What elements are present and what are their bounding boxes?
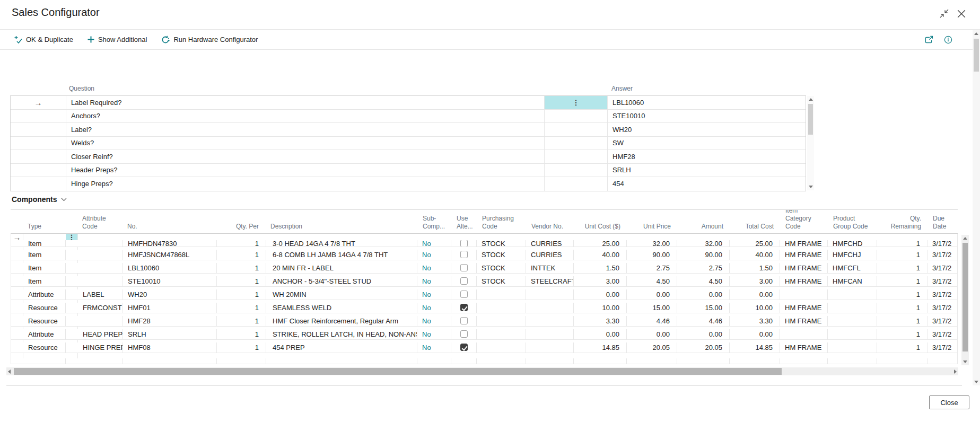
cell-unit-price[interactable]: 20.05 bbox=[627, 342, 677, 353]
cell-amount[interactable]: 90.00 bbox=[677, 250, 730, 260]
question-row[interactable]: →Label Required?⋮LBL10060 bbox=[11, 96, 806, 110]
answer-assist-cell[interactable] bbox=[545, 177, 608, 191]
cell-product-group-code[interactable] bbox=[828, 342, 877, 353]
column-header-qty-per[interactable]: Qty. Per bbox=[216, 210, 266, 233]
cell-use-alternative[interactable] bbox=[451, 276, 477, 287]
scrollbar-thumb[interactable] bbox=[962, 243, 968, 351]
question-cell[interactable]: Header Preps? bbox=[66, 164, 545, 177]
cell-item-category-code[interactable]: HM FRAME bbox=[780, 276, 828, 287]
answer-cell[interactable]: LBL10060 bbox=[608, 96, 806, 109]
cell-purchasing-code[interactable] bbox=[477, 289, 526, 300]
cell-due-date[interactable]: 3/17/2 bbox=[928, 276, 957, 287]
column-header-total-cost[interactable]: Total Cost bbox=[730, 210, 781, 233]
cell-total-cost[interactable]: 10.00 bbox=[730, 303, 780, 313]
cell-no[interactable]: HMF08 bbox=[123, 342, 217, 353]
dialog-vertical-scrollbar[interactable] bbox=[973, 30, 980, 385]
cell-sub-component[interactable]: No bbox=[417, 289, 451, 300]
cell-product-group-code[interactable]: HMFCAN bbox=[828, 276, 877, 287]
question-cell[interactable]: Anchors? bbox=[66, 110, 545, 123]
cell-sub-component[interactable]: No bbox=[417, 316, 451, 327]
answer-cell[interactable]: SRLH bbox=[608, 164, 806, 177]
cell-qty-remaining[interactable]: 1 bbox=[877, 342, 928, 353]
checkbox-unchecked-icon[interactable] bbox=[460, 251, 468, 258]
cell-item-category-code[interactable] bbox=[780, 289, 828, 300]
component-row[interactable]: ResourceFRMCONSTHMF011SEAMLESS WELDNo10.… bbox=[11, 300, 958, 313]
cell-unit-price[interactable]: 4.50 bbox=[627, 276, 677, 287]
cell-due-date[interactable]: 3/17/2 bbox=[928, 329, 957, 340]
answer-assist-cell[interactable] bbox=[545, 110, 608, 123]
question-row[interactable]: Welds?SW bbox=[11, 137, 806, 151]
answer-cell[interactable]: WH20 bbox=[608, 123, 806, 136]
cell-use-alternative[interactable] bbox=[451, 342, 477, 353]
column-header-type[interactable]: Type bbox=[23, 210, 65, 233]
cell-purchasing-code[interactable] bbox=[477, 303, 526, 313]
cell-vendor-no[interactable]: CURRIES bbox=[526, 240, 574, 247]
cell-qty-remaining[interactable]: 1 bbox=[877, 329, 928, 340]
cell-unit-price[interactable]: 4.46 bbox=[627, 316, 677, 327]
cell-attribute-code[interactable] bbox=[78, 250, 123, 260]
cell-no[interactable]: STE10010 bbox=[123, 276, 217, 287]
cell-purchasing-code[interactable] bbox=[477, 342, 526, 353]
cell-total-cost[interactable]: 40.00 bbox=[730, 250, 780, 260]
cell-type[interactable]: Attribute bbox=[23, 289, 66, 300]
cell-description[interactable]: STRIKE, ROLLER LATCH, IN HEAD, NON-ANSI bbox=[266, 329, 417, 340]
cell-qty-remaining[interactable]: 1 bbox=[877, 250, 928, 260]
cell-vendor-no[interactable]: CURRIES bbox=[526, 250, 574, 260]
cell-item-category-code[interactable]: HM FRAME bbox=[780, 263, 828, 274]
cell-description[interactable]: 3-0 HEAD 14GA 4 7/8 THT bbox=[266, 240, 417, 247]
checkbox-unchecked-icon[interactable] bbox=[460, 264, 468, 271]
scrollbar-thumb[interactable] bbox=[14, 368, 782, 375]
component-row[interactable]: ItemSTE100101ANCHOR - 5-3/4"-STEEL STUDN… bbox=[11, 274, 958, 287]
cell-use-alternative[interactable] bbox=[451, 329, 477, 340]
checkbox-checked-icon[interactable] bbox=[460, 344, 468, 351]
cell-item-category-code[interactable]: HM FRAME bbox=[780, 342, 828, 353]
scroll-down-arrow[interactable] bbox=[974, 381, 978, 383]
cell-due-date[interactable]: 3/17/2 bbox=[928, 240, 957, 247]
cell-qty-remaining[interactable]: 1 bbox=[877, 240, 928, 247]
cell-vendor-no[interactable] bbox=[526, 316, 574, 327]
cell-total-cost[interactable]: 1.50 bbox=[730, 263, 780, 274]
cell-total-cost[interactable]: 3.00 bbox=[730, 276, 780, 287]
cell-purchasing-code[interactable] bbox=[477, 329, 526, 340]
cell-product-group-code[interactable] bbox=[828, 329, 877, 340]
cell-purchasing-code[interactable]: STOCK bbox=[477, 250, 526, 260]
checkbox-unchecked-icon[interactable] bbox=[460, 330, 468, 338]
cell-qty-per[interactable]: 1 bbox=[217, 250, 266, 260]
column-header-sub-component[interactable]: Sub-Comp... bbox=[418, 210, 452, 233]
cell-no[interactable]: SRLH bbox=[123, 329, 217, 340]
cell-product-group-code[interactable]: HMFCHD bbox=[828, 240, 877, 247]
cell-no[interactable]: HMFHDN47830 bbox=[123, 240, 217, 247]
cell-use-alternative[interactable] bbox=[451, 303, 477, 313]
cell-use-alternative[interactable] bbox=[451, 250, 477, 260]
components-vertical-scrollbar[interactable] bbox=[961, 235, 969, 365]
cell-type[interactable]: Resource bbox=[23, 316, 66, 327]
cell-type[interactable]: Item bbox=[23, 240, 66, 247]
cell-purchasing-code[interactable]: STOCK bbox=[477, 276, 526, 287]
cell-options[interactable] bbox=[66, 274, 78, 276]
scrollbar-thumb[interactable] bbox=[808, 104, 813, 135]
cell-sub-component[interactable]: No bbox=[417, 276, 451, 287]
column-header-due-date[interactable]: Due Date bbox=[928, 210, 958, 233]
cell-description[interactable]: 6-8 COMB LH JAMB 14GA 4 7/8 THT bbox=[266, 250, 417, 260]
component-row[interactable]: AttributeHEAD PREPSRLH1STRIKE, ROLLER LA… bbox=[11, 327, 958, 340]
scroll-up-arrow[interactable] bbox=[963, 237, 967, 240]
cell-no[interactable]: WH20 bbox=[123, 289, 217, 300]
close-dialog-button[interactable] bbox=[956, 8, 967, 19]
cell-description[interactable]: ANCHOR - 5-3/4"-STEEL STUD bbox=[266, 276, 417, 287]
cell-sub-component[interactable]: No bbox=[417, 240, 451, 247]
cell-item-category-code[interactable]: HM FRAME bbox=[780, 240, 828, 247]
cell-unit-price[interactable]: 15.00 bbox=[627, 303, 677, 313]
cell-due-date[interactable]: 3/17/2 bbox=[928, 316, 957, 327]
cell-purchasing-code[interactable]: STOCK bbox=[477, 240, 526, 247]
cell-sub-component[interactable]: No bbox=[417, 263, 451, 274]
cell-description[interactable]: 20 MIN FR - LABEL bbox=[266, 263, 417, 274]
cell-qty-remaining[interactable]: 1 bbox=[877, 316, 928, 327]
scroll-right-arrow[interactable] bbox=[954, 370, 957, 374]
component-row[interactable]: AttributeLABELWH201WH 20MINNo0.000.000.0… bbox=[11, 287, 958, 300]
answer-cell[interactable]: 454 bbox=[608, 177, 806, 191]
question-column-header[interactable]: Question bbox=[69, 85, 94, 92]
column-header-item-category-code[interactable]: Item Category Code bbox=[781, 210, 828, 233]
cell-amount[interactable]: 2.75 bbox=[677, 263, 730, 274]
cell-no[interactable]: LBL10060 bbox=[123, 263, 217, 274]
question-cell[interactable]: Welds? bbox=[66, 137, 545, 150]
